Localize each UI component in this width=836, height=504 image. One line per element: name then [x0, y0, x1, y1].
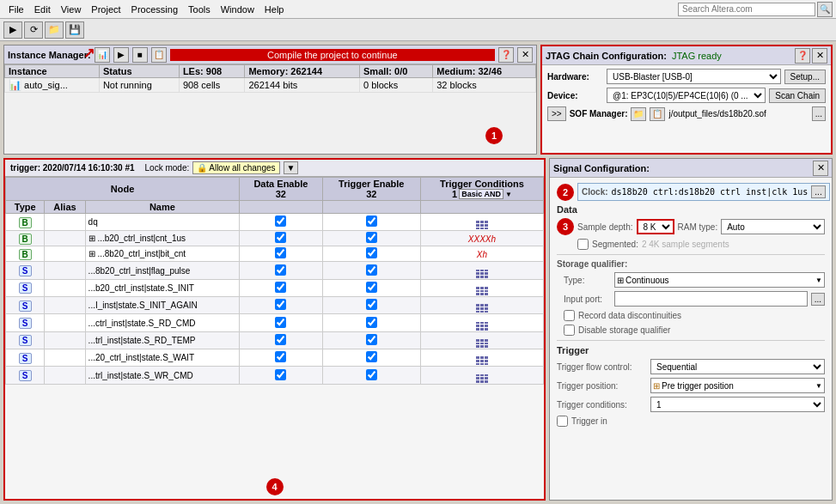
- row-condition[interactable]: [420, 297, 543, 314]
- trigger-conditions-label: Trigger conditions:: [557, 400, 647, 410]
- row-alias: [45, 231, 85, 246]
- table-row[interactable]: Bdq: [6, 214, 544, 231]
- menu-processing[interactable]: Processing: [126, 3, 183, 16]
- instance-manager-icon2[interactable]: ▶: [113, 47, 129, 63]
- row-type: S: [6, 262, 45, 279]
- row-trigger-enable[interactable]: [322, 314, 420, 331]
- row-trigger-enable[interactable]: [322, 231, 420, 246]
- sample-depth-select[interactable]: 8 K: [637, 219, 674, 234]
- instance-manager-icon3[interactable]: ■: [132, 47, 148, 63]
- row-condition[interactable]: [420, 214, 543, 231]
- table-row[interactable]: S...ctrl_inst|state.S_RD_CMD: [6, 314, 544, 331]
- row-data-enable[interactable]: [240, 279, 322, 296]
- row-data-enable[interactable]: [240, 331, 322, 349]
- trigger-flow-select[interactable]: Sequential: [650, 359, 825, 374]
- instance-medium-cell: 32 blocks: [433, 78, 536, 93]
- menu-help[interactable]: Help: [259, 3, 290, 16]
- row-trigger-enable[interactable]: [322, 279, 420, 296]
- sample-depth-label: Sample depth:: [577, 222, 633, 232]
- input-port-label: Input port:: [564, 295, 611, 304]
- table-row[interactable]: S...I_inst|state.S_INIT_AGAIN: [6, 297, 544, 314]
- trigger-in-checkbox[interactable]: [557, 416, 568, 427]
- ram-type-select[interactable]: Auto: [721, 219, 825, 234]
- table-row[interactable]: S...20_ctrl_inst|state.S_WAIT: [6, 349, 544, 367]
- clock-ellipsis-btn[interactable]: ...: [811, 185, 825, 198]
- table-row[interactable]: B⊞ ...8b20_ctrl_inst|bit_cntXh: [6, 246, 544, 262]
- row-type: S: [6, 297, 45, 314]
- hardware-select[interactable]: USB-Blaster [USB-0]: [607, 69, 781, 84]
- table-row[interactable]: B⊞ ...b20_ctrl_inst|cnt_1usXXXXh: [6, 231, 544, 246]
- row-condition[interactable]: Xh: [420, 246, 543, 262]
- toolbar-btn-4[interactable]: 💾: [65, 21, 84, 39]
- toolbar-btn-1[interactable]: ▶: [3, 21, 22, 39]
- row-trigger-enable[interactable]: [322, 349, 420, 367]
- table-row[interactable]: S...trl_inst|state.S_RD_TEMP: [6, 331, 544, 349]
- instance-manager-icon4[interactable]: 📋: [151, 47, 167, 63]
- setup-btn[interactable]: Setup...: [784, 70, 826, 84]
- table-row[interactable]: S...8b20_ctrl_inst|flag_pulse: [6, 262, 544, 279]
- row-data-enable[interactable]: [240, 262, 322, 279]
- jtag-close-btn[interactable]: ✕: [812, 48, 827, 64]
- row-condition[interactable]: [420, 262, 543, 279]
- instance-manager-close[interactable]: ✕: [517, 47, 533, 63]
- table-row[interactable]: S...trl_inst|state.S_WR_CMD: [6, 367, 544, 384]
- menu-edit[interactable]: Edit: [29, 3, 56, 16]
- instance-status-cell: Not running: [99, 78, 179, 93]
- row-condition[interactable]: [420, 349, 543, 367]
- row-condition[interactable]: [420, 331, 543, 349]
- device-select[interactable]: @1: EP3C(10|5)/EP4CE(10|6) (0 ...: [607, 88, 766, 103]
- instance-manager-icon1[interactable]: ↗ 📊: [95, 47, 110, 63]
- col-data-enable: Data Enable 32: [240, 178, 322, 201]
- toolbar-btn-3[interactable]: 📁: [45, 21, 64, 39]
- row-trigger-enable[interactable]: [322, 262, 420, 279]
- trigger-section-label: Trigger: [557, 345, 825, 355]
- instance-row[interactable]: 📊 auto_sig... Not running 908 cells 2621…: [5, 78, 536, 93]
- row-condition[interactable]: [420, 314, 543, 331]
- signal-config-close[interactable]: ✕: [813, 161, 828, 176]
- row-trigger-enable[interactable]: [322, 297, 420, 314]
- jtag-help-btn[interactable]: ❓: [795, 48, 810, 64]
- row-data-enable[interactable]: [240, 314, 322, 331]
- input-port-field[interactable]: [614, 291, 808, 307]
- row-trigger-enable[interactable]: [322, 214, 420, 231]
- col-name: Name: [85, 201, 240, 214]
- scan-chain-btn[interactable]: Scan Chain: [769, 88, 826, 103]
- search-input[interactable]: [678, 3, 815, 16]
- lock-dropdown[interactable]: ▼: [284, 161, 299, 174]
- row-trigger-enable[interactable]: [322, 246, 420, 262]
- row-condition[interactable]: [420, 279, 543, 296]
- row-data-enable[interactable]: [240, 367, 322, 384]
- row-data-enable[interactable]: [240, 231, 322, 246]
- row-trigger-enable[interactable]: [322, 367, 420, 384]
- sof-icon2[interactable]: 📋: [650, 107, 665, 121]
- row-trigger-enable[interactable]: [322, 331, 420, 349]
- menu-window[interactable]: Window: [216, 3, 259, 16]
- node-table: Node Data Enable 32 Trigger Enable 32 Tr…: [5, 177, 544, 385]
- col-medium: Medium: 32/46: [433, 65, 536, 78]
- toolbar-btn-2[interactable]: ⟳: [24, 21, 43, 39]
- menu-project[interactable]: Project: [86, 3, 125, 16]
- table-row[interactable]: S...b20_ctrl_inst|state.S_INIT: [6, 279, 544, 296]
- sof-icon1[interactable]: 📁: [631, 107, 646, 121]
- instance-manager-icon5[interactable]: ❓: [498, 47, 514, 63]
- segmented-checkbox[interactable]: [577, 239, 589, 250]
- record-checkbox[interactable]: [564, 310, 575, 321]
- row-data-enable[interactable]: [240, 349, 322, 367]
- search-btn[interactable]: 🔍: [817, 2, 833, 17]
- menu-tools[interactable]: Tools: [183, 3, 216, 16]
- row-condition[interactable]: XXXXh: [420, 231, 543, 246]
- row-data-enable[interactable]: [240, 214, 322, 231]
- trigger-conditions-select[interactable]: 1: [650, 397, 825, 412]
- arrow-btn[interactable]: >>: [547, 106, 566, 121]
- menu-file[interactable]: File: [3, 3, 29, 16]
- row-name: ...trl_inst|state.S_RD_TEMP: [85, 331, 240, 349]
- row-name: ...8b20_ctrl_inst|flag_pulse: [85, 262, 240, 279]
- type-label: Type:: [564, 276, 611, 285]
- menu-view[interactable]: View: [56, 3, 87, 16]
- input-port-btn[interactable]: ...: [811, 293, 825, 306]
- disable-checkbox[interactable]: [564, 325, 575, 336]
- row-condition[interactable]: [420, 367, 543, 384]
- row-data-enable[interactable]: [240, 297, 322, 314]
- sof-ellipsis-btn[interactable]: ...: [812, 106, 826, 121]
- row-data-enable[interactable]: [240, 246, 322, 262]
